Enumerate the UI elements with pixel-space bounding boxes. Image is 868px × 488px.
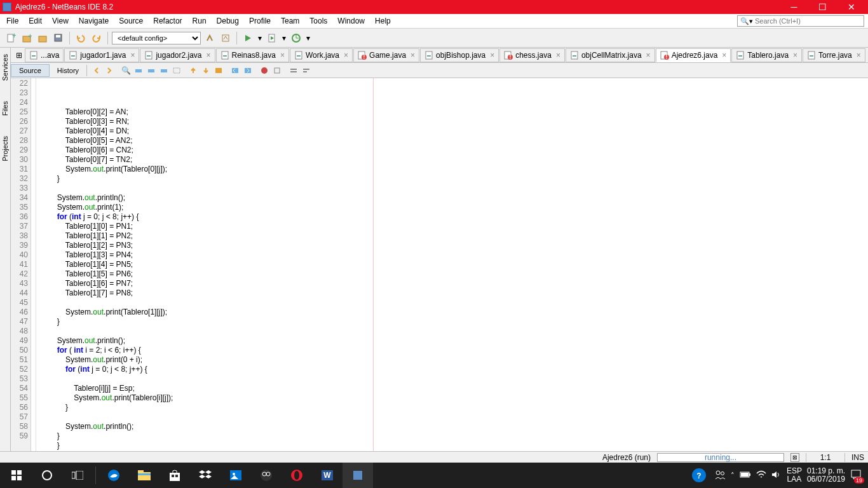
close-tab-button[interactable]: ×: [855, 51, 861, 60]
close-tab-button[interactable]: ×: [720, 51, 726, 60]
debug-dropdown[interactable]: ▾: [281, 31, 287, 45]
tray-people-icon[interactable]: [714, 469, 726, 482]
prev-occurrence-icon[interactable]: [187, 65, 199, 76]
toggle-bookmark-icon[interactable]: [158, 65, 170, 76]
file-tab-Reinas8java[interactable]: Reinas8.java×: [216, 48, 289, 62]
new-project-button[interactable]: +: [20, 31, 34, 45]
file-tab-chessjava[interactable]: !chess.java×: [499, 48, 565, 62]
menu-run[interactable]: Run: [187, 15, 212, 27]
file-tab-jugador2java[interactable]: jugador2.java×: [140, 48, 215, 62]
close-tab-button[interactable]: ×: [409, 51, 415, 60]
nav-fwd-icon[interactable]: [104, 65, 115, 76]
cortana-button[interactable]: [32, 463, 62, 488]
task-view-button[interactable]: [62, 463, 93, 488]
close-tab-button[interactable]: ×: [488, 51, 494, 60]
redo-button[interactable]: [90, 31, 104, 45]
history-tab[interactable]: History: [50, 65, 87, 76]
taskbar-word[interactable]: W: [312, 463, 342, 488]
clean-build-button[interactable]: [219, 31, 233, 45]
tray-lang2[interactable]: LAA: [787, 475, 802, 484]
progress-bar[interactable]: running...: [657, 453, 784, 462]
minimize-button[interactable]: ─: [780, 0, 808, 14]
menu-edit[interactable]: Edit: [24, 15, 47, 27]
file-tab-Torrejava[interactable]: Torre.java×: [803, 48, 865, 62]
macro-record-icon[interactable]: [259, 65, 270, 76]
taskbar-edge[interactable]: [98, 463, 129, 488]
file-tab-ava[interactable]: ...ava: [25, 48, 64, 62]
tray-up-icon[interactable]: ˄: [731, 471, 735, 480]
file-tab-objCellMatrixjava[interactable]: objCellMatrix.java×: [566, 48, 655, 62]
search-input[interactable]: [755, 17, 861, 25]
taskbar-explorer[interactable]: [129, 463, 159, 488]
menu-profile[interactable]: Profile: [244, 15, 276, 27]
maximize-button[interactable]: ☐: [808, 0, 837, 14]
close-tab-button[interactable]: ×: [342, 51, 348, 60]
menu-help[interactable]: Help: [370, 15, 396, 27]
open-project-button[interactable]: [36, 31, 50, 45]
toggle-highlight-icon[interactable]: [171, 65, 182, 76]
file-tab-Workjava[interactable]: Work.java×: [290, 48, 353, 62]
search-box[interactable]: 🔍▾: [737, 15, 864, 27]
tray-battery-icon[interactable]: [740, 471, 751, 480]
menu-view[interactable]: View: [47, 15, 74, 27]
run-dropdown[interactable]: ▾: [257, 31, 263, 45]
new-file-button[interactable]: +: [4, 31, 18, 45]
menu-team[interactable]: Team: [276, 15, 304, 27]
close-button[interactable]: ✕: [837, 0, 865, 14]
tray-help-icon[interactable]: ?: [689, 463, 709, 488]
fold-column[interactable]: [31, 78, 36, 451]
taskbar-dropbox[interactable]: [190, 463, 220, 488]
sidebar-projects[interactable]: Projects: [0, 132, 10, 165]
file-tab-objBishopjava[interactable]: objBishop.java×: [420, 48, 499, 62]
tray-volume-icon[interactable]: [771, 470, 782, 481]
stop-task-button[interactable]: ⊠: [790, 453, 799, 462]
shift-left-icon[interactable]: [229, 65, 241, 76]
close-tab-button[interactable]: ×: [644, 51, 651, 60]
source-tab[interactable]: Source: [11, 64, 50, 77]
profile-dropdown[interactable]: ▾: [305, 31, 311, 45]
debug-button[interactable]: [265, 31, 279, 45]
next-occurrence-icon[interactable]: [200, 65, 212, 76]
close-tab-button[interactable]: ×: [128, 51, 135, 60]
start-button[interactable]: [1, 463, 32, 488]
code-area[interactable]: Tablero[0][2] = AN; Tablero[0][3] = RN; …: [36, 78, 868, 451]
taskbar-photos[interactable]: [220, 463, 251, 488]
menu-refactor[interactable]: Refactor: [148, 15, 187, 27]
menu-window[interactable]: Window: [332, 15, 370, 27]
file-tab-Gamejava[interactable]: !Game.java×: [353, 48, 419, 62]
toggle-rect-icon[interactable]: [213, 65, 224, 76]
file-tab-Tablerojava[interactable]: Tablero.java×: [731, 48, 802, 62]
code-editor[interactable]: 2223242526272829303132333435363738394041…: [11, 78, 868, 451]
save-all-button[interactable]: [51, 31, 65, 45]
taskbar-netbeans[interactable]: [342, 463, 373, 488]
comment-icon[interactable]: [288, 65, 299, 76]
close-tab-button[interactable]: ×: [205, 51, 211, 60]
build-button[interactable]: [203, 31, 217, 45]
tray-date[interactable]: 06/07/2019: [807, 475, 845, 484]
tray-notifications[interactable]: 19: [850, 469, 862, 482]
taskbar-opera[interactable]: [281, 463, 312, 488]
menu-navigate[interactable]: Navigate: [74, 15, 114, 27]
close-tab-button[interactable]: ×: [554, 51, 560, 60]
menu-debug[interactable]: Debug: [212, 15, 244, 27]
macro-stop-icon[interactable]: [271, 65, 283, 76]
undo-button[interactable]: [74, 31, 88, 45]
sidebar-services[interactable]: Services: [0, 50, 10, 85]
tray-wifi-icon[interactable]: [756, 470, 766, 481]
run-button[interactable]: [241, 31, 255, 45]
file-tab-Ajedrez6java[interactable]: !Ajedrez6.java×: [656, 48, 731, 62]
find-selection-icon[interactable]: 🔍: [120, 65, 132, 76]
uncomment-icon[interactable]: [301, 65, 312, 76]
menu-source[interactable]: Source: [114, 15, 148, 27]
close-tab-button[interactable]: ×: [791, 51, 797, 60]
sidebar-files[interactable]: Files: [0, 97, 10, 119]
menu-tools[interactable]: Tools: [304, 15, 332, 27]
taskbar-store[interactable]: [159, 463, 190, 488]
prev-bookmark-icon[interactable]: [133, 65, 144, 76]
menu-file[interactable]: File: [1, 15, 24, 27]
shift-right-icon[interactable]: [242, 65, 254, 76]
profile-button[interactable]: [289, 31, 303, 45]
file-tab-jugador1java[interactable]: jugador1.java×: [64, 48, 139, 62]
taskbar-app1[interactable]: [251, 463, 281, 488]
nav-back-icon[interactable]: [91, 65, 102, 76]
